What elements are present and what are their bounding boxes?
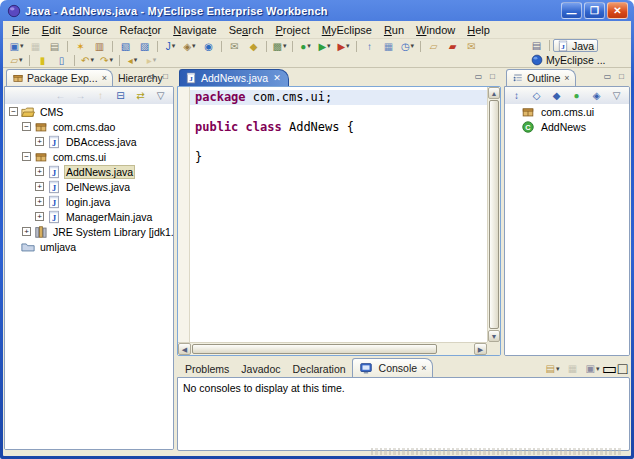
open-perspective-button[interactable]: ▤ — [527, 38, 546, 53]
menu-navigate[interactable]: Navigate — [167, 23, 222, 37]
hide-static-members-button[interactable]: ◆ — [547, 88, 566, 103]
expand-icon[interactable]: + — [35, 137, 44, 146]
tab-editor-addnews[interactable]: AddNews.java ✕ — [179, 69, 289, 86]
mail-button[interactable]: ✉ — [462, 39, 481, 54]
collapse-icon[interactable]: − — [22, 152, 31, 161]
expand-icon[interactable]: + — [35, 197, 44, 206]
editor-vertical-scrollbar[interactable]: ▲ ▼ — [487, 87, 500, 342]
maximize-view-button[interactable]: □ — [160, 71, 171, 81]
close-icon[interactable]: × — [564, 73, 569, 83]
deploy-button[interactable]: ↑ — [360, 39, 379, 54]
next-annotation-button[interactable]: ↷▾ — [97, 53, 116, 68]
maximize-view-button[interactable]: □ — [487, 71, 498, 81]
view-menu-button[interactable]: ▽ — [607, 88, 626, 103]
scroll-down-icon[interactable]: ▼ — [488, 330, 500, 342]
close-button[interactable]: ✕ — [607, 2, 628, 19]
tree-item-label[interactable]: CMS — [38, 106, 65, 118]
tree-item[interactable]: umljava — [5, 239, 173, 254]
server-timer-button[interactable]: ◷▾ — [398, 39, 417, 54]
menu-search[interactable]: Search — [223, 23, 270, 37]
minimize-view-button[interactable]: ▭ — [604, 364, 615, 374]
close-icon[interactable]: × — [421, 363, 426, 373]
search-button[interactable]: ✉ — [225, 39, 244, 54]
tree-item[interactable]: +DBAccess.java — [5, 134, 173, 149]
server-button[interactable]: ▦ — [379, 39, 398, 54]
menu-file[interactable]: File — [6, 23, 36, 37]
debug-button[interactable]: ●▾ — [296, 39, 315, 54]
menu-refactor[interactable]: Refactor — [114, 23, 168, 37]
tab-problems[interactable]: Problems — [179, 361, 235, 377]
new-button[interactable]: ▣▾ — [7, 39, 26, 54]
close-icon[interactable]: × — [102, 73, 107, 83]
scroll-left-icon[interactable]: ◀ — [178, 343, 191, 355]
myeclipse-perspective-button[interactable]: MyEclipse ... — [527, 53, 610, 66]
maximize-view-button[interactable]: □ — [617, 364, 628, 374]
new-web-project-button[interactable]: ▧ — [116, 39, 135, 54]
scrollbar-thumb[interactable] — [192, 344, 437, 354]
external-tools-button[interactable]: ▶▾ — [334, 39, 353, 54]
view-menu-button[interactable]: ▽ — [151, 88, 170, 103]
minimize-view-button[interactable]: ▭ — [602, 71, 613, 81]
tree-item-label[interactable]: JRE System Library [jdk1.5] — [51, 226, 173, 238]
new-java-project-button[interactable]: ✶ — [71, 39, 90, 54]
code-area[interactable]: package com.cms.ui; public class AddNews… — [190, 87, 487, 342]
outline-item[interactable]: AddNews — [505, 119, 629, 134]
scrollbar-thumb[interactable] — [489, 100, 499, 329]
menu-run[interactable]: Run — [378, 23, 410, 37]
toolbox-button[interactable]: ▥ — [90, 39, 109, 54]
tree-item-label[interactable]: DBAccess.java — [64, 136, 139, 148]
close-icon[interactable]: ✕ — [273, 73, 281, 83]
new-ejb-project-button[interactable]: ▨ — [135, 39, 154, 54]
expand-icon[interactable]: + — [35, 182, 44, 191]
collapse-icon[interactable]: − — [22, 122, 31, 131]
expand-icon[interactable]: + — [35, 167, 44, 176]
tree-item[interactable]: +ManagerMain.java — [5, 209, 173, 224]
editor-horizontal-scrollbar[interactable]: ◀ ▶ — [178, 342, 487, 355]
scroll-right-icon[interactable]: ▶ — [474, 343, 487, 355]
show-annotations-button[interactable]: ▯ — [52, 53, 71, 68]
java-perspective-button[interactable]: Java — [553, 39, 598, 52]
tree-item-label[interactable]: com.cms.ui — [51, 151, 108, 163]
sort-button[interactable]: ↕ — [507, 88, 526, 103]
maximize-view-button[interactable]: □ — [616, 71, 627, 81]
open-resource-button[interactable]: ▱▾ — [7, 53, 26, 68]
tab-outline[interactable]: Outline × — [506, 69, 576, 86]
tab-declaration[interactable]: Declaration — [286, 361, 351, 377]
minimize-view-button[interactable]: ▭ — [146, 71, 157, 81]
expand-icon[interactable]: + — [22, 227, 31, 236]
tree-item[interactable]: −CMS — [5, 104, 173, 119]
back-button[interactable]: ◂▾ — [123, 53, 142, 68]
maximize-button[interactable]: ❐ — [584, 2, 605, 19]
tree-item-label[interactable]: DelNews.java — [64, 181, 132, 193]
last-edit-location-button[interactable]: ↶▾ — [78, 53, 97, 68]
secure-button[interactable]: ◆ — [244, 39, 263, 54]
mark-occurrences-button[interactable]: ▮ — [33, 53, 52, 68]
scroll-up-icon[interactable]: ▲ — [488, 87, 500, 99]
tab-javadoc[interactable]: Javadoc — [235, 361, 286, 377]
hide-local-types-button[interactable]: ◈ — [587, 88, 606, 103]
tree-item-label[interactable]: umljava — [38, 241, 78, 253]
run-button[interactable]: ▶▾ — [315, 39, 334, 54]
tree-item-label[interactable]: login.java — [64, 196, 112, 208]
hide-non-public-button[interactable]: ● — [567, 88, 586, 103]
pin-console-button[interactable]: ▣▾ — [583, 361, 602, 376]
new-package-button[interactable]: ◈▾ — [180, 39, 199, 54]
annotate-button[interactable]: ▰ — [443, 39, 462, 54]
menu-edit[interactable]: Edit — [36, 23, 67, 37]
tree-item[interactable]: −com.cms.dao — [5, 119, 173, 134]
new-class-button[interactable]: J▾ — [161, 39, 180, 54]
print-button[interactable]: ▤ — [45, 39, 64, 54]
menu-window[interactable]: Window — [410, 23, 461, 37]
hide-fields-button[interactable]: ◇ — [527, 88, 546, 103]
link-with-editor-button[interactable]: ⇄ — [131, 88, 150, 103]
menu-help[interactable]: Help — [461, 23, 496, 37]
menu-project[interactable]: Project — [270, 23, 316, 37]
expand-icon[interactable]: + — [35, 212, 44, 221]
outline-item[interactable]: com.cms.ui — [505, 104, 629, 119]
open-report-button[interactable]: ▱ — [424, 39, 443, 54]
tree-item[interactable]: +DelNews.java — [5, 179, 173, 194]
tab-console[interactable]: Console× — [352, 358, 434, 377]
menu-source[interactable]: Source — [67, 23, 114, 37]
tree-item[interactable]: +JRE System Library [jdk1.5] — [5, 224, 173, 239]
collapse-icon[interactable]: − — [9, 107, 18, 116]
